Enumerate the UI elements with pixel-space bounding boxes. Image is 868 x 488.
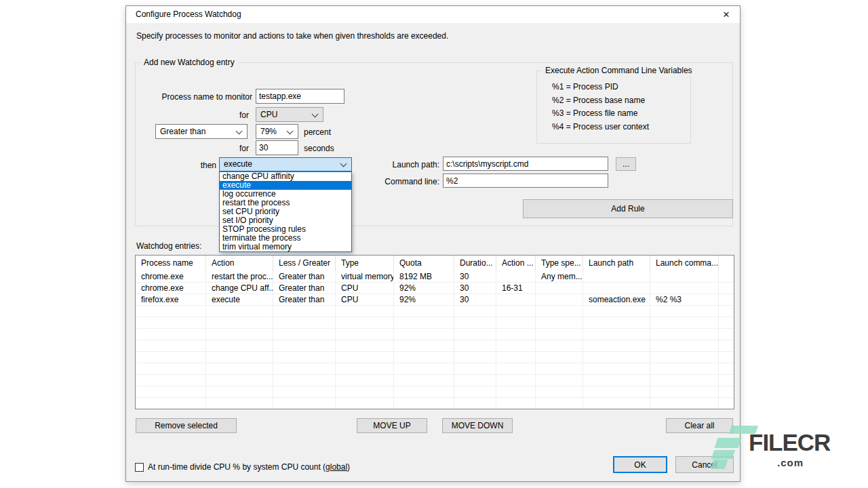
table-cell: 8192 MB <box>394 271 454 283</box>
column-header[interactable]: Quota <box>394 256 454 271</box>
table-row-empty[interactable] <box>136 386 734 398</box>
table-row-empty[interactable] <box>136 375 734 386</box>
chevron-down-icon <box>312 111 319 118</box>
filecr-brand-text: FILECR <box>749 429 830 456</box>
dropdown-option[interactable]: trim virtual memory <box>220 243 351 251</box>
column-header[interactable]: Duratio... <box>454 256 496 271</box>
table-row-empty[interactable] <box>136 317 734 329</box>
column-header[interactable]: Launch path <box>583 256 650 271</box>
remove-selected-button[interactable]: Remove selected <box>136 418 237 433</box>
table-cell <box>454 306 496 317</box>
table-cell <box>536 294 583 306</box>
table-cell <box>336 375 394 386</box>
table-cell <box>273 352 336 363</box>
table-cell: %2 %3 <box>650 294 719 306</box>
table-cell <box>273 317 336 329</box>
table-cell <box>394 306 454 317</box>
column-header-filler <box>719 256 734 271</box>
table-cell <box>206 386 273 398</box>
table-cell <box>583 340 650 352</box>
table-cell <box>394 317 454 329</box>
cancel-button[interactable]: Cancel <box>675 456 734 473</box>
action-dropdown[interactable]: execute <box>219 157 352 171</box>
column-header[interactable]: Launch comma... <box>650 256 719 271</box>
watchdog-entries-label: Watchdog entries: <box>136 241 201 251</box>
table-row-empty[interactable] <box>136 306 734 317</box>
table-cell <box>273 375 336 386</box>
table-row-empty[interactable] <box>136 398 734 409</box>
column-header[interactable]: Type spe... <box>536 256 583 271</box>
add-rule-button[interactable]: Add Rule <box>523 199 733 218</box>
title-bar: Configure Process Watchdog ✕ <box>126 6 740 23</box>
column-header[interactable]: Action ... <box>496 256 536 271</box>
cpu-divide-checkbox[interactable] <box>135 463 144 472</box>
table-row[interactable]: firefox.exeexecuteGreater thanCPU92%30so… <box>136 294 734 306</box>
table-cell <box>719 306 734 317</box>
ok-button[interactable]: OK <box>613 456 667 473</box>
comparison-dropdown[interactable]: Greater than <box>155 124 248 139</box>
table-row-empty[interactable] <box>136 329 734 340</box>
browse-button[interactable]: ... <box>616 157 636 171</box>
configure-process-watchdog-dialog: Configure Process Watchdog ✕ Specify pro… <box>125 5 741 482</box>
table-cell <box>136 317 206 329</box>
table-cell <box>394 386 454 398</box>
table-cell <box>454 363 496 375</box>
process-name-input[interactable] <box>256 89 344 104</box>
table-cell <box>650 375 719 386</box>
watchdog-entries-table: Process nameActionLess / GreaterTypeQuot… <box>135 255 734 409</box>
table-cell <box>719 352 734 363</box>
command-line-input[interactable] <box>443 174 608 188</box>
threshold-value: 79% <box>260 125 277 138</box>
table-cell <box>536 398 583 409</box>
column-header[interactable]: Process name <box>136 256 206 271</box>
page-background: Configure Process Watchdog ✕ Specify pro… <box>0 0 868 488</box>
table-row-empty[interactable] <box>136 352 734 363</box>
table-row[interactable]: chrome.exechange CPU aff...Greater thanC… <box>136 283 734 294</box>
table-cell <box>650 340 719 352</box>
move-up-button[interactable]: MOVE UP <box>357 418 427 433</box>
metric-dropdown[interactable]: CPU <box>256 107 323 122</box>
table-cell <box>583 283 650 294</box>
table-cell <box>719 386 734 398</box>
table-cell <box>536 352 583 363</box>
variable-item: %2 = Process base name <box>552 94 649 108</box>
launch-path-input[interactable] <box>443 157 608 171</box>
table-cell <box>650 306 719 317</box>
table-cell <box>719 271 734 283</box>
table-cell: Greater than <box>273 294 336 306</box>
column-header[interactable]: Action <box>206 256 273 271</box>
table-cell <box>206 317 273 329</box>
variables-group: Execute Action Command Line Variables %1… <box>536 70 691 144</box>
move-down-button[interactable]: MOVE DOWN <box>442 418 513 433</box>
action-dropdown-list: change CPU affinityexecutelog occurrence… <box>219 171 352 252</box>
duration-input[interactable] <box>256 140 298 155</box>
close-icon[interactable]: ✕ <box>717 6 736 23</box>
clear-all-button[interactable]: Clear all <box>666 418 733 433</box>
table-cell <box>650 363 719 375</box>
table-cell <box>454 352 496 363</box>
table-cell <box>206 363 273 375</box>
variable-item: %1 = Process PID <box>552 81 649 94</box>
table-cell <box>136 386 206 398</box>
table-row-empty[interactable] <box>136 363 734 375</box>
table-cell: restart the proc... <box>206 271 273 283</box>
table-cell: someaction.exe <box>583 294 650 306</box>
table-row-empty[interactable] <box>136 340 734 352</box>
table-cell <box>336 352 394 363</box>
comparison-value: Greater than <box>160 125 205 138</box>
table-cell <box>273 398 336 409</box>
table-cell <box>719 283 734 294</box>
table-cell <box>273 363 336 375</box>
table-cell <box>136 398 206 409</box>
table-cell <box>536 375 583 386</box>
table-cell <box>206 306 273 317</box>
chevron-down-icon <box>287 128 294 135</box>
table-row[interactable]: chrome.exerestart the proc...Greater tha… <box>136 271 734 283</box>
column-header[interactable]: Type <box>336 256 394 271</box>
threshold-dropdown[interactable]: 79% <box>256 124 298 139</box>
table-cell <box>454 317 496 329</box>
table-cell <box>583 306 650 317</box>
table-cell <box>496 271 536 283</box>
column-header[interactable]: Less / Greater <box>273 256 336 271</box>
table-cell: CPU <box>336 294 394 306</box>
